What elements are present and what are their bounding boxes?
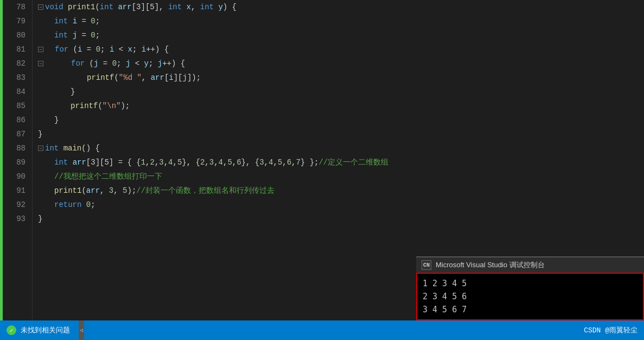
collapse-82[interactable]: − bbox=[38, 61, 43, 66]
console-line-3: 3 4 5 6 7 bbox=[423, 303, 637, 316]
code-line-79: int i = 0; bbox=[38, 14, 644, 28]
scroll-indicator[interactable]: ◁ bbox=[79, 320, 84, 340]
code-line-81: −for (i = 0; i < x; i++) { bbox=[38, 42, 644, 56]
status-bar: ✓ 未找到相关问题 ◁ CSDN @雨翼轻尘 bbox=[0, 320, 644, 340]
code-line-89: int arr[3][5] = { {1,2,3,4,5}, {2,3,4,5,… bbox=[38, 155, 644, 169]
code-line-91: print1(arr, 3, 5);//封装一个函数，把数组名和行列传过去 bbox=[38, 184, 644, 198]
console-content: 1 2 3 4 5 2 3 4 5 6 3 4 5 6 7 bbox=[416, 273, 644, 320]
console-line-2: 2 3 4 5 6 bbox=[423, 290, 637, 303]
collapse-78[interactable]: − bbox=[38, 4, 43, 10]
no-issues-text: 未找到相关问题 bbox=[21, 325, 70, 335]
console-overlay: CN Microsoft Visual Studio 调试控制台 1 2 3 4… bbox=[416, 256, 644, 320]
code-line-85: printf("\n"); bbox=[38, 99, 644, 113]
code-line-86: } bbox=[38, 113, 644, 127]
code-line-84: } bbox=[38, 85, 644, 99]
console-title-bar: CN Microsoft Visual Studio 调试控制台 bbox=[416, 257, 644, 273]
code-line-83: printf("%d ", arr[i][j]); bbox=[38, 71, 644, 85]
no-issues-icon: ✓ bbox=[7, 325, 16, 335]
code-line-82: −for (j = 0; j < y; j++) { bbox=[38, 56, 644, 71]
code-line-90: //我想把这个二维数组打印一下 bbox=[38, 169, 644, 184]
code-line-88: −int main() { bbox=[38, 141, 644, 155]
code-line-93: } bbox=[38, 212, 644, 226]
collapse-88[interactable]: − bbox=[38, 146, 43, 151]
code-line-78: −void print1(int arr[3][5], int x, int y… bbox=[38, 0, 644, 14]
author-text: CSDN @雨翼轻尘 bbox=[584, 325, 637, 335]
line-numbers: 78 79 80 81 82 83 84 85 86 87 88 89 90 9… bbox=[3, 0, 33, 320]
status-left: ✓ 未找到相关问题 ◁ bbox=[7, 320, 84, 340]
console-app-icon: CN bbox=[422, 260, 431, 270]
code-line-80: int j = 0; bbox=[38, 28, 644, 42]
code-line-87: } bbox=[38, 127, 644, 141]
console-title-text: Microsoft Visual Studio 调试控制台 bbox=[436, 260, 545, 270]
collapse-81[interactable]: − bbox=[38, 47, 43, 52]
code-line-92: return 0; bbox=[38, 198, 644, 212]
console-line-1: 1 2 3 4 5 bbox=[423, 277, 637, 290]
